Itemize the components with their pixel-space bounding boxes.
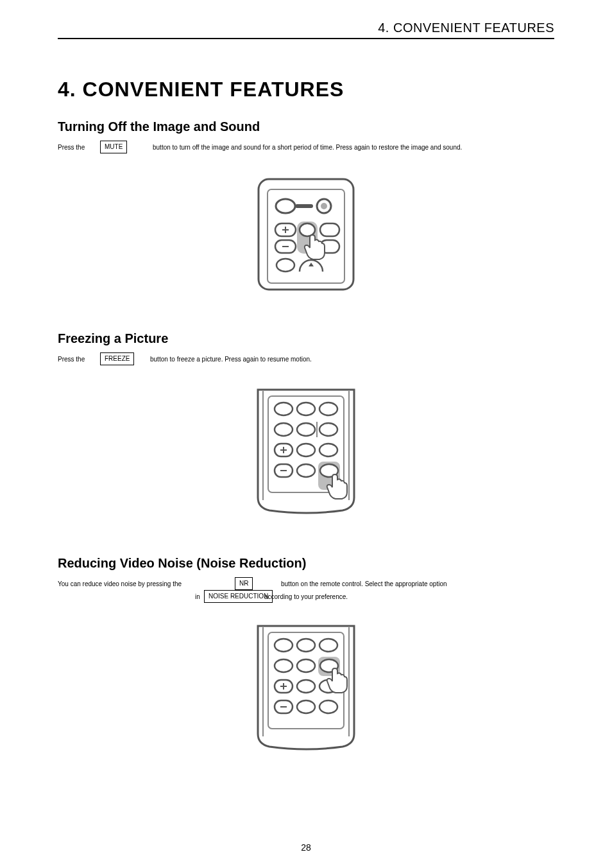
button-label-noise-reduction: NOISE REDUCTION — [204, 590, 273, 603]
svg-rect-11 — [320, 223, 339, 236]
body-text: in — [195, 592, 200, 602]
svg-rect-3 — [295, 204, 313, 208]
svg-point-23 — [275, 423, 293, 436]
section-heading: Freezing a Picture — [58, 331, 554, 346]
body-text: button on the remote control. Select the… — [281, 579, 447, 589]
header-rule — [58, 38, 554, 39]
svg-point-34 — [297, 464, 315, 477]
body-text: Press the — [58, 143, 85, 153]
svg-point-55 — [319, 700, 337, 713]
section-heading: Turning Off the Image and Sound — [58, 119, 554, 134]
body-text: according to your preference. — [264, 592, 348, 602]
remote-illustration-mute — [255, 175, 357, 291]
svg-point-50 — [297, 680, 315, 693]
running-header: 4. CONVENIENT FEATURES — [58, 21, 554, 35]
section-heading: Reducing Video Noise (Noise Reduction) — [58, 556, 554, 571]
page-title: 4. CONVENIENT FEATURES — [58, 78, 554, 101]
svg-point-24 — [297, 423, 315, 436]
svg-point-54 — [297, 700, 315, 713]
svg-point-42 — [319, 639, 337, 652]
svg-point-2 — [276, 199, 295, 213]
remote-illustration-freeze — [251, 387, 361, 516]
body-text: Press the — [58, 354, 85, 365]
svg-point-30 — [297, 444, 315, 456]
svg-point-5 — [321, 203, 327, 209]
svg-point-31 — [319, 444, 337, 456]
svg-point-40 — [275, 639, 293, 652]
body-text: button to freeze a picture. Press again … — [150, 354, 312, 365]
remote-illustration-nr — [251, 623, 361, 752]
svg-point-15 — [276, 259, 294, 272]
section-freezing-picture: Freezing a Picture Press the FREEZE butt… — [58, 331, 554, 524]
svg-point-41 — [297, 639, 315, 652]
button-label-freeze: FREEZE — [100, 352, 134, 365]
button-label-nr: NR — [235, 577, 253, 590]
svg-point-10 — [300, 223, 315, 236]
body-text: You can reduce video noise by pressing t… — [58, 579, 182, 589]
svg-point-26 — [319, 423, 337, 436]
section-noise-reduction: Reducing Video Noise (Noise Reduction) Y… — [58, 556, 554, 752]
page-number: 28 — [0, 842, 612, 853]
svg-point-44 — [297, 659, 315, 672]
svg-point-22 — [319, 403, 337, 415]
svg-point-20 — [275, 403, 293, 415]
svg-point-43 — [275, 659, 293, 672]
button-label-mute: MUTE — [100, 141, 127, 153]
svg-point-21 — [297, 403, 315, 415]
section-turn-off-image-sound: Turning Off the Image and Sound Press th… — [58, 119, 554, 299]
body-text: button to turn off the image and sound f… — [153, 143, 462, 153]
